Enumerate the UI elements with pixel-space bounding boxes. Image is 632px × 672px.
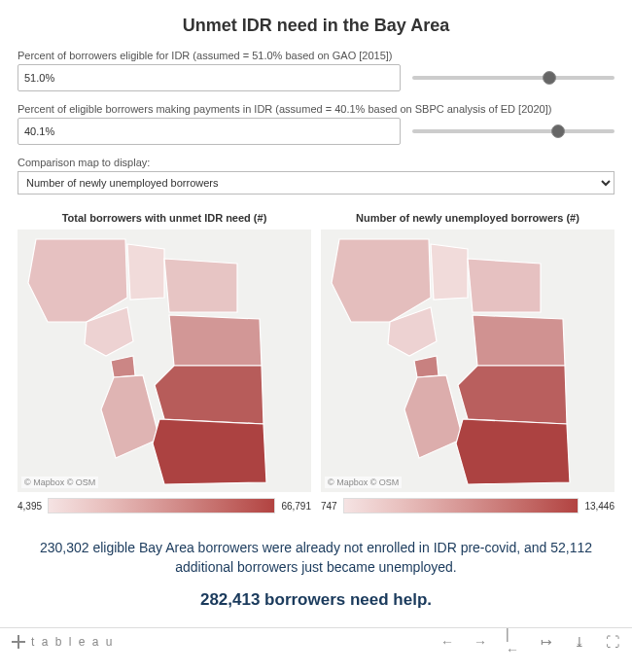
right-map[interactable]: © Mapbox © OSM (321, 230, 614, 492)
county-alameda[interactable] (458, 366, 567, 424)
making-payments-input[interactable] (18, 118, 401, 145)
tableau-logo-icon (12, 635, 25, 649)
county-solano[interactable] (164, 259, 237, 312)
county-santa-clara[interactable] (456, 419, 570, 484)
punch-line: 282,413 borrowers need help. (18, 590, 614, 610)
right-map-title: Number of newly unemployed borrowers (#) (321, 212, 614, 224)
idr-eligible-slider-thumb[interactable] (543, 71, 556, 85)
county-contra-costa[interactable] (473, 315, 565, 366)
reset-icon[interactable]: |← (506, 634, 521, 650)
county-napa[interactable] (127, 244, 164, 300)
fullscreen-icon[interactable]: ⛶ (605, 634, 620, 650)
making-payments-slider-thumb[interactable] (551, 124, 565, 138)
left-legend-bar (48, 498, 275, 513)
right-legend-max: 13,446 (584, 501, 614, 512)
county-solano[interactable] (468, 259, 541, 312)
idr-eligible-label: Percent of borrowers eligible for IDR (a… (18, 50, 614, 61)
left-legend-min: 4,395 (18, 501, 42, 512)
county-napa[interactable] (431, 244, 468, 300)
comparison-select[interactable]: Number of newly unemployed borrowers (18, 171, 614, 195)
county-san-mateo[interactable] (101, 375, 159, 458)
idr-eligible-input[interactable] (18, 64, 401, 91)
summary-text: 230,302 eligible Bay Area borrowers were… (37, 539, 595, 577)
left-map-svg (18, 230, 311, 492)
county-contra-costa[interactable] (169, 315, 262, 366)
right-legend-bar (343, 498, 579, 513)
idr-eligible-slider[interactable] (412, 76, 614, 80)
tableau-brand-text: t a b l e a u (31, 635, 114, 649)
right-map-svg (321, 230, 614, 492)
left-map-title: Total borrowers with unmet IDR need (#) (18, 212, 311, 224)
redo-icon[interactable]: → (473, 634, 488, 650)
county-santa-clara[interactable] (153, 419, 266, 484)
right-legend-min: 747 (321, 501, 337, 512)
download-icon[interactable]: ⤓ (572, 634, 587, 650)
county-alameda[interactable] (155, 366, 263, 424)
making-payments-label: Percent of eligible borrowers making pay… (18, 103, 614, 115)
share-icon[interactable]: ↦ (539, 634, 554, 650)
page-title: Unmet IDR need in the Bay Area (18, 16, 614, 36)
undo-icon[interactable]: ← (439, 634, 455, 650)
left-map[interactable]: © Mapbox © OSM (18, 230, 311, 492)
making-payments-slider[interactable] (412, 129, 614, 133)
left-map-attrib: © Mapbox © OSM (21, 477, 98, 488)
county-sonoma[interactable] (332, 239, 431, 322)
county-san-francisco[interactable] (111, 356, 135, 377)
left-legend-max: 66,791 (281, 501, 311, 512)
county-san-mateo[interactable] (404, 375, 463, 458)
county-san-francisco[interactable] (414, 356, 439, 377)
county-sonoma[interactable] (28, 239, 127, 322)
comparison-label: Comparison map to display: (18, 157, 614, 168)
tableau-toolbar: t a b l e a u ← → |← ↦ ⤓ ⛶ (0, 627, 632, 655)
right-map-attrib: © Mapbox © OSM (325, 477, 402, 488)
